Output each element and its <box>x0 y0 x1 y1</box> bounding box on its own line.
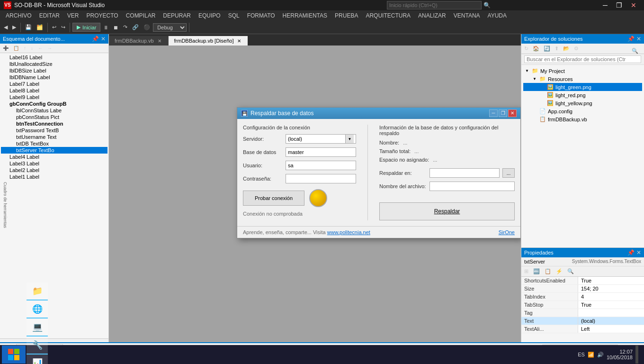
sol-node-frmdbbackup-vb[interactable]: 📋 frmDBBackup.vb <box>523 115 642 123</box>
outline-item[interactable]: txtPassword TextB <box>1 127 107 134</box>
forward-button[interactable]: ▶ <box>10 23 18 31</box>
menu-item-herramientas[interactable]: HERRAMIENTAS <box>279 11 331 20</box>
sol-sync-button[interactable]: ↻ <box>522 45 530 53</box>
breakpoint-button[interactable]: ⚫ <box>142 23 152 31</box>
sol-node-light-red-png[interactable]: 🖼️ light_red.png <box>523 91 642 99</box>
sol-refresh-button[interactable]: 🔄 <box>542 45 552 53</box>
prop-value[interactable]: True <box>578 301 644 309</box>
close-panel-button[interactable]: ✕ <box>101 36 106 42</box>
tab-close-icon[interactable]: ✕ <box>157 38 162 44</box>
sol-node-light-green-png[interactable]: 🖼️ light_green.png <box>523 83 642 91</box>
nombre-archivo-input[interactable] <box>429 182 515 191</box>
browse-button[interactable]: ... <box>502 168 515 178</box>
respaldar-en-input[interactable] <box>429 168 500 178</box>
pause-button[interactable]: ⏸ <box>101 24 110 31</box>
respaldar-button[interactable]: Respaldar <box>379 202 515 220</box>
outline-item[interactable]: txtServer TextBo <box>1 147 107 154</box>
footer-link[interactable]: www.politecnia.net <box>327 229 370 235</box>
outline-item[interactable]: lblDBSize Label <box>1 67 107 74</box>
expand-icon[interactable]: ▼ <box>525 69 529 73</box>
menu-item-ventana[interactable]: VENTANA <box>450 11 484 20</box>
minimize-button[interactable]: ─ <box>599 1 611 9</box>
taskbar-app-system[interactable]: 🔧 <box>27 337 48 355</box>
sol-node-app-config[interactable]: 📄 App.config <box>523 107 642 115</box>
sol-node-light-yellow-png[interactable]: 🖼️ light_yellow.png <box>523 99 642 107</box>
outline-item[interactable]: Label7 Label <box>1 81 107 87</box>
cuadro-de-herramientas-handle[interactable]: Cuadro de herramientas <box>0 338 108 342</box>
prop-value[interactable]: (local) <box>578 317 644 325</box>
sol-node-my-project[interactable]: ▼📁 My Project <box>523 67 642 75</box>
start-button[interactable]: ▶ Iniciar <box>72 23 100 32</box>
outline-item[interactable]: Label3 Label <box>1 160 107 167</box>
tab-frmdbbackup-vb--dise-o-[interactable]: frmDBBackup.vb [Diseño]✕ <box>169 36 248 46</box>
prop-events-button[interactable]: ⚡ <box>554 267 564 275</box>
close-button[interactable]: ✕ <box>627 1 640 9</box>
redo-button[interactable]: ↪ <box>59 23 67 31</box>
expand-icon[interactable]: ▼ <box>533 77 537 81</box>
restore-button[interactable]: ❐ <box>612 1 626 9</box>
outline-item[interactable]: Label9 Label <box>1 94 107 100</box>
prop-close-button[interactable]: ✕ <box>636 249 641 256</box>
sol-collapse-button[interactable]: ⬆ <box>553 45 561 53</box>
menu-item-ayuda[interactable]: AYUDA <box>484 11 510 20</box>
undo-button[interactable]: ↩ <box>50 23 58 31</box>
outline-item[interactable]: btnTestConnection <box>1 120 107 127</box>
start-menu-button[interactable] <box>2 346 26 364</box>
prop-search-button[interactable]: 🔍 <box>565 267 576 275</box>
menu-item-archivo[interactable]: ARCHIVO <box>2 11 36 20</box>
menu-item-analizar[interactable]: ANALIZAR <box>414 11 450 20</box>
prop-cat-button[interactable]: ⊞ <box>522 267 530 275</box>
db-input[interactable] <box>286 147 356 157</box>
filter-button[interactable]: 📋 <box>11 45 21 52</box>
prop-pin-button[interactable]: 📌 <box>627 249 635 256</box>
attach-button[interactable]: 🔗 <box>130 23 141 31</box>
taskbar-app-excel[interactable]: 📊 <box>27 355 48 364</box>
outline-item[interactable]: lblUnallocatedSize <box>1 61 107 67</box>
prop-value[interactable]: True <box>578 277 644 284</box>
outline-item[interactable]: txtUsername Text <box>1 134 107 140</box>
prop-value[interactable] <box>578 309 644 317</box>
left-button[interactable]: ← <box>36 45 45 52</box>
menu-item-sql[interactable]: SQL <box>224 11 243 20</box>
user-input[interactable] <box>286 161 356 170</box>
save-button[interactable]: 💾 <box>23 23 34 31</box>
show-desktop-button[interactable] <box>635 346 638 364</box>
menu-item-proyecto[interactable]: PROYECTO <box>83 11 122 20</box>
sol-home-button[interactable]: 🏠 <box>531 45 541 53</box>
server-combo[interactable]: (local) ▼ <box>286 134 356 144</box>
debug-config-select[interactable]: Debug Release <box>153 23 187 32</box>
outline-item[interactable]: Label8 Label <box>1 87 107 94</box>
prop-alpha-button[interactable]: 🔤 <box>531 267 542 275</box>
search-icon[interactable]: 🔍 <box>482 2 492 9</box>
menu-item-prueba[interactable]: PRUEBA <box>331 11 362 20</box>
sol-node-resources[interactable]: ▼📁 Resources <box>523 75 642 83</box>
tab-close-icon[interactable]: ✕ <box>236 38 242 44</box>
menu-item-editar[interactable]: EDITAR <box>36 11 63 20</box>
add-item-button[interactable]: ➕ <box>1 45 10 52</box>
step-over-button[interactable]: ↷ <box>121 23 129 31</box>
save-all-button[interactable]: 🗂️ <box>35 23 45 31</box>
menu-item-arquitectura[interactable]: ARQUITECTURA <box>362 11 414 20</box>
taskbar-app-explorer[interactable]: 📁 <box>27 282 48 300</box>
dialog-minimize-button[interactable]: ─ <box>489 109 498 117</box>
outline-item[interactable]: lblDBName Label <box>1 74 107 81</box>
pass-input[interactable] <box>286 174 356 183</box>
test-connection-button[interactable]: Probar conexión <box>243 191 304 206</box>
server-combo-arrow[interactable]: ▼ <box>345 135 354 143</box>
outline-item[interactable]: txtDB TextBox <box>1 140 107 147</box>
solution-search-icon[interactable]: 🔍 <box>632 48 638 54</box>
outline-item[interactable]: lblConnStatus Labe <box>1 107 107 114</box>
menu-item-equipo[interactable]: EQUIPO <box>195 11 224 20</box>
dialog-close-button[interactable]: ✕ <box>508 109 517 117</box>
stop-button[interactable]: ⏹ <box>111 24 120 31</box>
solution-search-input[interactable] <box>524 55 641 63</box>
sol-pin-button[interactable]: 📌 <box>627 36 635 42</box>
menu-item-depurar[interactable]: DEPURAR <box>159 11 195 20</box>
prop-value[interactable]: 154; 20 <box>578 285 644 292</box>
menu-item-formato[interactable]: FORMATO <box>243 11 279 20</box>
taskbar-app-remote-desktop[interactable]: 💻 <box>27 318 48 337</box>
outline-item[interactable]: Label1 Label <box>1 173 107 180</box>
up-button[interactable]: ↑ <box>22 45 28 52</box>
pin-button[interactable]: 📌 <box>92 36 99 42</box>
quick-search-input[interactable] <box>387 1 482 9</box>
